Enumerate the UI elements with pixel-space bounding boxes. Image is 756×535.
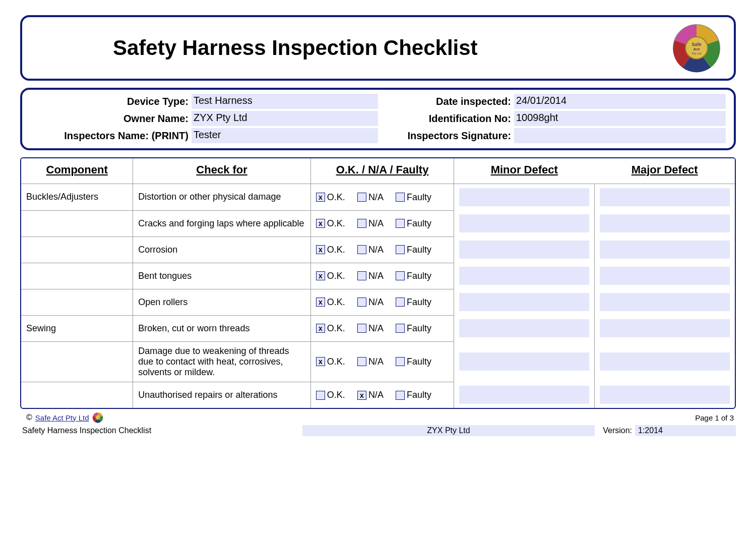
column-header-component: Component xyxy=(21,158,133,184)
faulty-label: Faulty xyxy=(407,390,431,400)
svg-text:Safe: Safe xyxy=(691,42,701,47)
checklist-table: Component Check for O.K. / N/A / Faulty … xyxy=(21,158,735,408)
ok-label: O.K. xyxy=(327,323,345,333)
ok-label: O.K. xyxy=(327,192,345,202)
na-label: N/A xyxy=(368,356,384,367)
major-defect-cell[interactable] xyxy=(594,315,735,341)
svg-point-6 xyxy=(95,415,100,420)
ok-checkbox[interactable] xyxy=(316,271,325,280)
column-header-minor-defect: Minor Defect xyxy=(454,158,595,184)
status-cell: O.K.N/AFaulty xyxy=(310,236,454,263)
identification-no-label: Identification No: xyxy=(378,113,514,125)
na-checkbox[interactable] xyxy=(357,391,366,400)
check-for-cell: Distortion or other physical damage xyxy=(133,184,311,211)
device-type-value[interactable]: Test Harness xyxy=(192,94,378,109)
table-row: SewingBroken, cut or worn threadsO.K.N/A… xyxy=(21,315,735,341)
na-checkbox[interactable] xyxy=(357,219,366,228)
faulty-checkbox[interactable] xyxy=(396,298,405,307)
minor-defect-cell[interactable] xyxy=(454,289,595,315)
na-checkbox[interactable] xyxy=(357,245,366,254)
identification-no-value[interactable]: 10098ght xyxy=(514,111,726,126)
ok-checkbox[interactable] xyxy=(316,298,325,307)
na-checkbox[interactable] xyxy=(357,324,366,333)
check-for-cell: Unauthorised repairs or alterations xyxy=(133,382,311,408)
minor-defect-cell[interactable] xyxy=(454,236,595,263)
na-checkbox[interactable] xyxy=(357,193,366,202)
na-label: N/A xyxy=(368,218,384,228)
svg-text:Pty Ltd: Pty Ltd xyxy=(692,52,702,55)
device-type-label: Device Type: xyxy=(30,96,192,107)
na-checkbox[interactable] xyxy=(357,357,366,366)
faulty-checkbox[interactable] xyxy=(396,391,405,400)
inspectors-signature-value[interactable] xyxy=(514,128,726,143)
ok-label: O.K. xyxy=(327,218,345,228)
faulty-label: Faulty xyxy=(407,356,431,367)
minor-defect-cell[interactable] xyxy=(454,341,595,382)
component-cell xyxy=(21,210,133,236)
faulty-checkbox[interactable] xyxy=(396,193,405,202)
check-for-cell: Bent tongues xyxy=(133,263,311,289)
component-cell xyxy=(21,341,133,382)
ok-checkbox[interactable] xyxy=(316,391,325,400)
check-for-cell: Open rollers xyxy=(133,289,311,315)
ok-checkbox[interactable] xyxy=(316,219,325,228)
faulty-label: Faulty xyxy=(407,245,431,255)
check-for-cell: Broken, cut or worn threads xyxy=(133,315,311,341)
faulty-label: Faulty xyxy=(407,218,431,228)
minor-defect-cell[interactable] xyxy=(454,210,595,236)
na-checkbox[interactable] xyxy=(357,271,366,280)
component-cell xyxy=(21,263,133,289)
major-defect-cell[interactable] xyxy=(594,184,735,211)
company-logo-icon: Safe Act Pty Ltd xyxy=(671,23,722,73)
major-defect-cell[interactable] xyxy=(594,289,735,315)
faulty-checkbox[interactable] xyxy=(396,219,405,228)
status-cell: O.K.N/AFaulty xyxy=(310,210,454,236)
minor-defect-cell[interactable] xyxy=(454,184,595,211)
status-cell: O.K.N/AFaulty xyxy=(310,263,454,289)
faulty-label: Faulty xyxy=(407,271,431,281)
copyright-text[interactable]: Safe Act Pty Ltd xyxy=(35,413,89,422)
ok-checkbox[interactable] xyxy=(316,245,325,254)
minor-defect-cell[interactable] xyxy=(454,315,595,341)
checklist-table-panel: Component Check for O.K. / N/A / Faulty … xyxy=(20,157,736,409)
faulty-checkbox[interactable] xyxy=(396,357,405,366)
ok-checkbox[interactable] xyxy=(316,193,325,202)
major-defect-cell[interactable] xyxy=(594,263,735,289)
table-row: Open rollersO.K.N/AFaulty xyxy=(21,289,735,315)
na-label: N/A xyxy=(368,390,384,400)
status-cell: O.K.N/AFaulty xyxy=(310,289,454,315)
minor-defect-cell[interactable] xyxy=(454,263,595,289)
inspectors-signature-label: Inspectors Signature: xyxy=(378,130,514,142)
table-row: Cracks and forging laps where applicable… xyxy=(21,210,735,236)
table-row: Damage due to weakening of threads due t… xyxy=(21,341,735,382)
ok-label: O.K. xyxy=(327,297,345,307)
minor-defect-cell[interactable] xyxy=(454,382,595,408)
owner-name-value[interactable]: ZYX Pty Ltd xyxy=(192,111,378,126)
faulty-checkbox[interactable] xyxy=(396,324,405,333)
major-defect-cell[interactable] xyxy=(594,236,735,263)
copyright-block: © Safe Act Pty Ltd xyxy=(26,412,103,423)
check-for-cell: Damage due to weakening of threads due t… xyxy=(133,341,311,382)
ok-checkbox[interactable] xyxy=(316,324,325,333)
status-cell: O.K.N/AFaulty xyxy=(310,315,454,341)
check-for-cell: Cracks and forging laps where applicable xyxy=(133,210,311,236)
ok-label: O.K. xyxy=(327,390,345,400)
date-inspected-value[interactable]: 24/01/2014 xyxy=(514,94,726,109)
table-row: CorrosionO.K.N/AFaulty xyxy=(21,236,735,263)
na-label: N/A xyxy=(368,297,384,307)
na-label: N/A xyxy=(368,192,384,202)
faulty-checkbox[interactable] xyxy=(396,245,405,254)
page-indicator: Page 1 of 3 xyxy=(695,413,734,422)
major-defect-cell[interactable] xyxy=(594,382,735,408)
faulty-label: Faulty xyxy=(407,297,431,307)
major-defect-cell[interactable] xyxy=(594,210,735,236)
faulty-checkbox[interactable] xyxy=(396,271,405,280)
major-defect-cell[interactable] xyxy=(594,341,735,382)
na-checkbox[interactable] xyxy=(357,298,366,307)
component-cell: Buckles/Adjusters xyxy=(21,184,133,211)
ok-checkbox[interactable] xyxy=(316,357,325,366)
inspectors-name-value[interactable]: Tester xyxy=(192,128,378,143)
info-panel: Device Type: Test Harness Date inspected… xyxy=(20,88,736,150)
footer-version-row: Safety Harness Inspection Checklist ZYX … xyxy=(20,425,736,436)
copyright-icon: © xyxy=(26,413,32,422)
